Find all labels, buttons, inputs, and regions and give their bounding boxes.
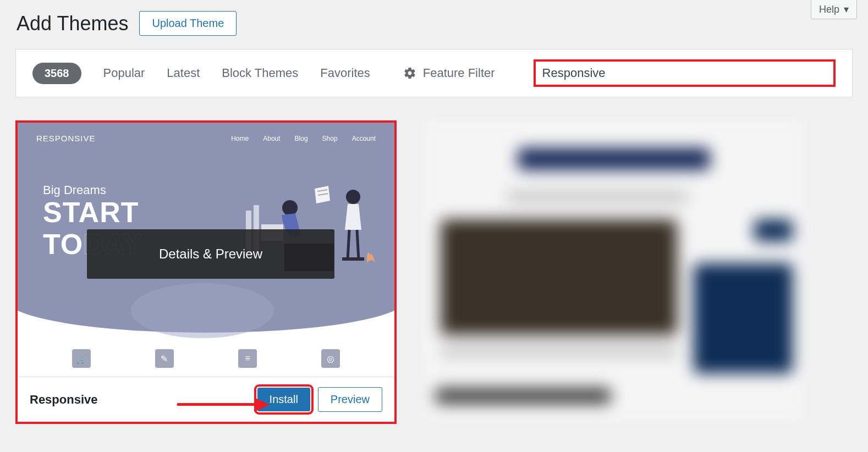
themes-grid: RESPONSIVE Home About Blog Shop Account …	[0, 120, 868, 424]
page-header: Add Themes Upload Theme	[0, 0, 868, 49]
svg-point-5	[346, 190, 360, 204]
pencil-icon: ✎	[155, 349, 174, 368]
filter-favorites[interactable]: Favorites	[320, 66, 370, 80]
theme-filter-bar: 3568 Popular Latest Block Themes Favorit…	[15, 49, 853, 97]
svg-point-4	[282, 200, 298, 216]
upload-theme-button[interactable]: Upload Theme	[139, 11, 237, 36]
theme-name: Responsive	[30, 393, 250, 407]
theme-card-responsive[interactable]: RESPONSIVE Home About Blog Shop Account …	[15, 120, 397, 424]
preview-button[interactable]: Preview	[318, 387, 382, 412]
install-button[interactable]: Install	[257, 388, 310, 411]
results-count: 3568	[32, 63, 81, 84]
theme-footer: Responsive Install Preview	[18, 377, 394, 422]
theme-screenshot: RESPONSIVE Home About Blog Shop Account …	[18, 123, 394, 377]
chevron-down-icon: ▾	[844, 3, 849, 15]
svg-line-7	[348, 230, 349, 260]
gear-icon	[403, 67, 416, 80]
feature-filter-label: Feature Filter	[423, 66, 495, 80]
location-icon: ◎	[321, 349, 340, 368]
wave-divider: 🛒 ✎ ≡ ◎	[18, 305, 394, 377]
filter-popular[interactable]: Popular	[103, 66, 145, 80]
help-tab[interactable]: Help ▾	[811, 0, 857, 19]
mock-nav: RESPONSIVE Home About Blog Shop Account	[18, 123, 394, 154]
filter-block-themes[interactable]: Block Themes	[222, 66, 298, 80]
mock-brand: RESPONSIVE	[36, 134, 96, 143]
filter-latest[interactable]: Latest	[167, 66, 200, 80]
elementor-icon: ≡	[238, 349, 257, 368]
details-preview-overlay[interactable]: Details & Preview	[87, 229, 334, 279]
help-label: Help	[819, 4, 839, 15]
page-title: Add Themes	[17, 12, 128, 35]
svg-rect-6	[342, 257, 364, 261]
cart-icon: 🛒	[72, 349, 91, 368]
svg-line-8	[357, 230, 359, 260]
feature-filter-button[interactable]: Feature Filter	[403, 66, 495, 80]
search-themes-input[interactable]	[534, 59, 836, 87]
theme-card-blurred	[424, 120, 804, 421]
